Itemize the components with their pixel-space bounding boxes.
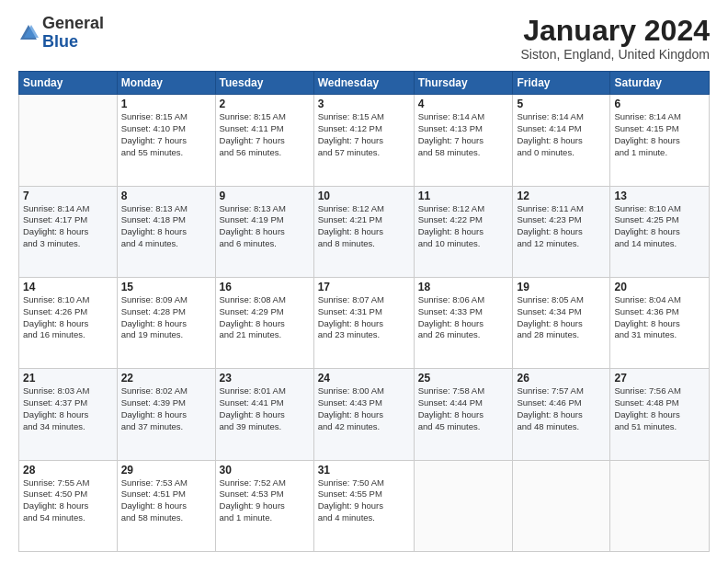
logo-icon [18,23,39,43]
day-info: Sunrise: 8:11 AM Sunset: 4:23 PM Dayligh… [517,203,606,250]
week-row-1: 7Sunrise: 8:14 AM Sunset: 4:17 PM Daylig… [19,186,710,277]
day-number: 24 [318,372,410,385]
day-number: 11 [418,190,509,202]
title-block: January 2024 Siston, England, United Kin… [521,15,710,62]
day-info: Sunrise: 8:02 AM Sunset: 4:39 PM Dayligh… [121,385,211,432]
day-cell: 25Sunrise: 7:58 AM Sunset: 4:44 PM Dayli… [414,369,513,460]
day-number: 9 [220,190,310,202]
col-wednesday: Wednesday [313,72,414,95]
week-row-3: 21Sunrise: 8:03 AM Sunset: 4:37 PM Dayli… [19,369,710,460]
day-info: Sunrise: 8:15 AM Sunset: 4:11 PM Dayligh… [220,111,310,158]
day-number: 20 [614,281,705,293]
day-info: Sunrise: 8:14 AM Sunset: 4:14 PM Dayligh… [517,111,606,158]
day-cell [414,460,513,551]
day-number: 25 [418,372,509,385]
day-cell: 22Sunrise: 8:02 AM Sunset: 4:39 PM Dayli… [117,369,215,460]
day-number: 1 [121,98,211,110]
day-number: 14 [23,281,113,293]
day-number: 18 [418,281,509,293]
logo: General Blue [18,15,104,52]
day-number: 27 [614,372,705,385]
day-number: 26 [517,372,606,385]
logo-general: General [42,14,104,32]
day-cell: 30Sunrise: 7:52 AM Sunset: 4:53 PM Dayli… [215,460,313,551]
day-info: Sunrise: 7:52 AM Sunset: 4:53 PM Dayligh… [220,477,310,524]
day-info: Sunrise: 7:57 AM Sunset: 4:46 PM Dayligh… [517,385,606,432]
day-cell: 26Sunrise: 7:57 AM Sunset: 4:46 PM Dayli… [513,369,610,460]
day-cell: 2Sunrise: 8:15 AM Sunset: 4:11 PM Daylig… [215,95,313,186]
day-info: Sunrise: 8:07 AM Sunset: 4:31 PM Dayligh… [318,294,410,341]
day-info: Sunrise: 8:13 AM Sunset: 4:18 PM Dayligh… [121,203,211,250]
day-cell: 1Sunrise: 8:15 AM Sunset: 4:10 PM Daylig… [117,95,215,186]
day-info: Sunrise: 8:10 AM Sunset: 4:25 PM Dayligh… [614,203,705,250]
day-cell [610,460,710,551]
day-number: 21 [23,372,113,385]
day-info: Sunrise: 8:01 AM Sunset: 4:41 PM Dayligh… [220,385,310,432]
day-info: Sunrise: 7:58 AM Sunset: 4:44 PM Dayligh… [418,385,509,432]
day-number: 2 [220,98,310,110]
week-row-0: 1Sunrise: 8:15 AM Sunset: 4:10 PM Daylig… [19,95,710,186]
day-info: Sunrise: 7:56 AM Sunset: 4:48 PM Dayligh… [614,385,705,432]
day-cell: 8Sunrise: 8:13 AM Sunset: 4:18 PM Daylig… [117,186,215,277]
day-cell: 31Sunrise: 7:50 AM Sunset: 4:55 PM Dayli… [313,460,414,551]
day-info: Sunrise: 7:55 AM Sunset: 4:50 PM Dayligh… [23,477,113,524]
day-cell [19,95,118,186]
day-cell: 12Sunrise: 8:11 AM Sunset: 4:23 PM Dayli… [513,186,610,277]
week-row-4: 28Sunrise: 7:55 AM Sunset: 4:50 PM Dayli… [19,460,710,551]
day-info: Sunrise: 8:03 AM Sunset: 4:37 PM Dayligh… [23,385,113,432]
day-number: 29 [121,464,211,477]
day-info: Sunrise: 8:05 AM Sunset: 4:34 PM Dayligh… [517,294,606,341]
day-cell: 13Sunrise: 8:10 AM Sunset: 4:25 PM Dayli… [610,186,710,277]
day-cell: 10Sunrise: 8:12 AM Sunset: 4:21 PM Dayli… [313,186,414,277]
day-info: Sunrise: 8:14 AM Sunset: 4:15 PM Dayligh… [614,111,705,158]
day-cell: 28Sunrise: 7:55 AM Sunset: 4:50 PM Dayli… [19,460,118,551]
day-info: Sunrise: 8:09 AM Sunset: 4:28 PM Dayligh… [121,294,211,341]
day-cell: 21Sunrise: 8:03 AM Sunset: 4:37 PM Dayli… [19,369,118,460]
day-cell: 24Sunrise: 8:00 AM Sunset: 4:43 PM Dayli… [313,369,414,460]
day-cell: 15Sunrise: 8:09 AM Sunset: 4:28 PM Dayli… [117,277,215,368]
day-cell: 4Sunrise: 8:14 AM Sunset: 4:13 PM Daylig… [414,95,513,186]
location: Siston, England, United Kingdom [521,47,710,62]
day-number: 4 [418,98,509,110]
day-number: 31 [318,464,410,477]
day-info: Sunrise: 8:00 AM Sunset: 4:43 PM Dayligh… [318,385,410,432]
day-number: 13 [614,190,705,202]
day-cell: 27Sunrise: 7:56 AM Sunset: 4:48 PM Dayli… [610,369,710,460]
day-number: 8 [121,190,211,202]
day-cell [513,460,610,551]
day-number: 3 [318,98,410,110]
page: General Blue January 2024 Siston, Englan… [0,0,728,563]
col-monday: Monday [117,72,215,95]
day-cell: 6Sunrise: 8:14 AM Sunset: 4:15 PM Daylig… [610,95,710,186]
header: General Blue January 2024 Siston, Englan… [18,15,710,62]
day-number: 17 [318,281,410,293]
day-cell: 29Sunrise: 7:53 AM Sunset: 4:51 PM Dayli… [117,460,215,551]
logo-text: General Blue [42,15,104,52]
day-cell: 7Sunrise: 8:14 AM Sunset: 4:17 PM Daylig… [19,186,118,277]
day-info: Sunrise: 8:14 AM Sunset: 4:17 PM Dayligh… [23,203,113,250]
day-number: 30 [220,464,310,477]
day-cell: 19Sunrise: 8:05 AM Sunset: 4:34 PM Dayli… [513,277,610,368]
day-cell: 18Sunrise: 8:06 AM Sunset: 4:33 PM Dayli… [414,277,513,368]
day-cell: 11Sunrise: 8:12 AM Sunset: 4:22 PM Dayli… [414,186,513,277]
day-cell: 16Sunrise: 8:08 AM Sunset: 4:29 PM Dayli… [215,277,313,368]
col-tuesday: Tuesday [215,72,313,95]
day-cell: 20Sunrise: 8:04 AM Sunset: 4:36 PM Dayli… [610,277,710,368]
week-row-2: 14Sunrise: 8:10 AM Sunset: 4:26 PM Dayli… [19,277,710,368]
day-number: 10 [318,190,410,202]
day-cell: 9Sunrise: 8:13 AM Sunset: 4:19 PM Daylig… [215,186,313,277]
day-cell: 3Sunrise: 8:15 AM Sunset: 4:12 PM Daylig… [313,95,414,186]
day-number: 6 [614,98,705,110]
day-number: 5 [517,98,606,110]
day-info: Sunrise: 8:04 AM Sunset: 4:36 PM Dayligh… [614,294,705,341]
day-cell: 5Sunrise: 8:14 AM Sunset: 4:14 PM Daylig… [513,95,610,186]
day-number: 28 [23,464,113,477]
day-number: 19 [517,281,606,293]
header-row: Sunday Monday Tuesday Wednesday Thursday… [19,72,710,95]
day-number: 23 [220,372,310,385]
day-info: Sunrise: 8:12 AM Sunset: 4:22 PM Dayligh… [418,203,509,250]
day-number: 12 [517,190,606,202]
day-number: 16 [220,281,310,293]
day-info: Sunrise: 7:50 AM Sunset: 4:55 PM Dayligh… [318,477,410,524]
day-number: 22 [121,372,211,385]
